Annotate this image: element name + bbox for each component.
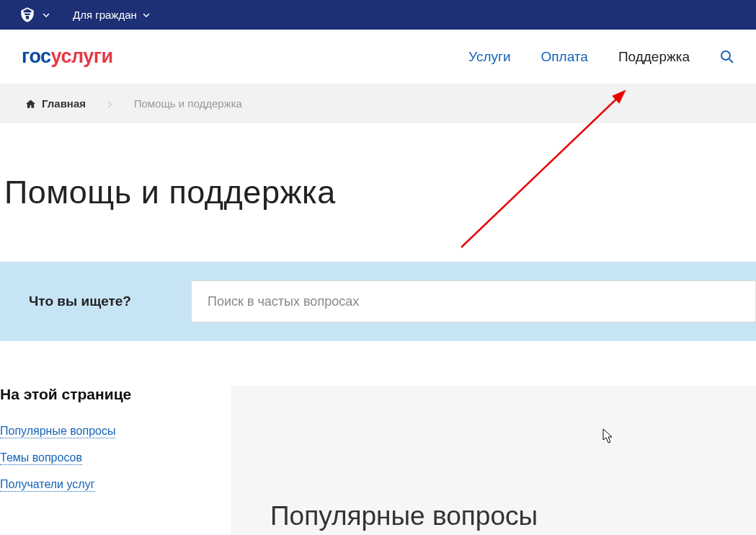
home-icon xyxy=(25,99,36,109)
sidebar-link-topics[interactable]: Темы вопросов xyxy=(0,451,82,465)
page-title: Помощь и поддержка xyxy=(0,123,756,262)
sidebar: На этой странице Популярные вопросы Темы… xyxy=(0,386,231,535)
search-label: Что вы ищете? xyxy=(29,293,191,309)
nav-services[interactable]: Услуги xyxy=(468,49,510,65)
nav-support[interactable]: Поддержка xyxy=(618,49,690,65)
sidebar-title: На этой странице xyxy=(0,386,231,403)
logo-part2: услуги xyxy=(51,45,113,67)
breadcrumb-home-label: Главная xyxy=(42,97,86,110)
svg-point-0 xyxy=(721,51,730,60)
search-section: Что вы ищете? xyxy=(0,262,756,341)
breadcrumb-current: Помощь и поддержка xyxy=(134,97,242,110)
nav-payment[interactable]: Оплата xyxy=(541,49,588,65)
header: госуслуги Услуги Оплата Поддержка xyxy=(0,30,756,84)
main-content: Популярные вопросы xyxy=(231,386,756,535)
search-input[interactable] xyxy=(191,280,756,322)
citizens-label: Для граждан xyxy=(73,9,137,21)
logo[interactable]: госуслуги xyxy=(22,45,113,68)
citizens-dropdown[interactable]: Для граждан xyxy=(73,9,150,21)
top-bar: Для граждан xyxy=(0,0,756,30)
sidebar-link-recipients[interactable]: Получатели услуг xyxy=(0,478,95,492)
breadcrumb-separator: › xyxy=(107,95,112,112)
emblem-dropdown[interactable] xyxy=(18,6,50,25)
logo-part1: гос xyxy=(22,45,51,67)
sidebar-link-popular[interactable]: Популярные вопросы xyxy=(0,425,115,438)
content-area: На этой странице Популярные вопросы Темы… xyxy=(0,386,756,535)
breadcrumb: Главная › Помощь и поддержка xyxy=(0,84,756,123)
emblem-icon xyxy=(18,6,37,25)
header-nav: Услуги Оплата Поддержка xyxy=(468,49,734,65)
breadcrumb-home[interactable]: Главная xyxy=(25,97,86,110)
chevron-down-icon xyxy=(143,13,150,17)
svg-line-1 xyxy=(729,59,733,63)
chevron-down-icon xyxy=(43,13,50,17)
search-icon[interactable] xyxy=(720,50,734,64)
section-title: Популярные вопросы xyxy=(270,501,756,531)
